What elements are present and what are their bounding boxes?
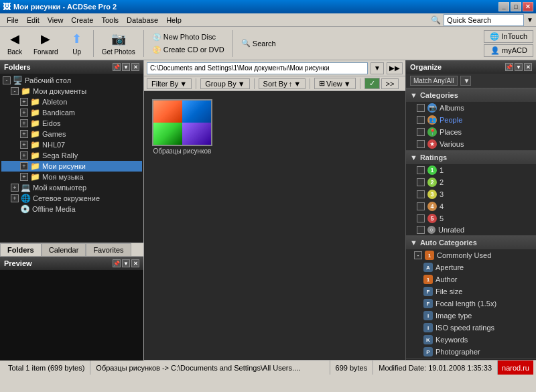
auto-categories-header[interactable]: ▼ Auto Categories xyxy=(406,236,536,249)
auto-cat-author[interactable]: 1 Author xyxy=(406,273,536,285)
rating-3[interactable]: 3 3 xyxy=(406,188,536,200)
r1-checkbox[interactable] xyxy=(417,166,425,174)
folders-auto-hide-button[interactable]: ▼ xyxy=(122,63,130,71)
auto-cat-imagetype[interactable]: I Image type xyxy=(406,310,536,322)
cat-places[interactable]: 📍 Places xyxy=(406,126,536,138)
expand-segarally[interactable]: + xyxy=(20,151,28,159)
tree-item-mypictures[interactable]: + 📁 Мои рисунки xyxy=(1,161,142,172)
expand-ableton[interactable]: + xyxy=(20,98,28,106)
tree-item-nhl07[interactable]: + 📁 NHL07 xyxy=(1,139,142,150)
rating-1[interactable]: 1 1 xyxy=(406,164,536,176)
tree-item-mydocs[interactable]: - 📁 Мои документы xyxy=(1,86,142,96)
organize-auto-hide-button[interactable]: ▼ xyxy=(515,63,523,71)
albums-checkbox[interactable] xyxy=(417,104,425,112)
folders-pin-button[interactable]: 📌 xyxy=(113,63,121,71)
create-cd-button[interactable]: 📀 Create CD or DVD xyxy=(148,44,228,56)
close-button[interactable]: ✕ xyxy=(523,2,533,11)
minimize-button[interactable]: _ xyxy=(498,2,509,11)
rating-4[interactable]: 4 4 xyxy=(406,200,536,212)
cat-people[interactable]: 👥 People xyxy=(406,114,536,126)
r4-checkbox[interactable] xyxy=(417,202,425,210)
intouch-button[interactable]: 🌐 InTouch xyxy=(484,30,533,43)
auto-cat-commonly-used[interactable]: - 1 Commonly Used xyxy=(406,249,536,261)
preview-close-button[interactable]: ✕ xyxy=(131,259,139,267)
path-dropdown-button[interactable]: ▼ xyxy=(371,62,384,74)
expand-nhl07[interactable]: + xyxy=(20,141,28,149)
expand-mymusic[interactable]: + xyxy=(20,173,28,181)
auto-cat-aperture[interactable]: A Aperture xyxy=(406,261,536,273)
menu-database[interactable]: Database xyxy=(123,15,162,25)
people-link[interactable]: People xyxy=(440,116,462,124)
forward-button[interactable]: ▶ Forward xyxy=(29,29,62,57)
quick-search-input[interactable]: Quick Search xyxy=(444,14,524,26)
cat-albums[interactable]: 📷 Albums xyxy=(406,102,536,114)
expand-mypictures[interactable]: + xyxy=(20,162,28,170)
new-photo-disc-button[interactable]: 💿 New Photo Disc xyxy=(148,31,228,43)
tree-item-bandicam[interactable]: + 📁 Bandicam xyxy=(1,107,142,118)
tree-item-offline[interactable]: 💿 Offline Media xyxy=(1,204,142,214)
check-button[interactable]: ✓ xyxy=(364,78,380,89)
auto-cat-focal[interactable]: F Focal length (1.5x) xyxy=(406,298,536,310)
auto-cat-iso[interactable]: I ISO speed ratings xyxy=(406,322,536,334)
auto-cat-photographer[interactable]: P Photographer xyxy=(406,346,536,358)
maximize-button[interactable]: □ xyxy=(511,2,521,11)
r3-checkbox[interactable] xyxy=(417,190,425,198)
tab-favorites[interactable]: Favorites xyxy=(86,243,131,256)
view-button[interactable]: ⊞ View ▼ xyxy=(314,78,356,89)
myacd-button[interactable]: 👤 myACD xyxy=(484,44,533,57)
preview-pin-button[interactable]: 📌 xyxy=(113,259,121,267)
cat-various[interactable]: ★ Various xyxy=(406,138,536,150)
tree-item-desktop[interactable]: - 🖥️ Рабочий стол xyxy=(1,75,142,86)
get-photos-button[interactable]: 📷 Get Photos xyxy=(98,29,139,57)
expand-games[interactable]: + xyxy=(20,130,28,138)
organize-pin-button[interactable]: 📌 xyxy=(505,63,513,71)
folders-close-button[interactable]: ✕ xyxy=(131,63,139,71)
tab-calendar[interactable]: Calendar xyxy=(42,243,86,256)
tree-item-network[interactable]: + 🌐 Сетевое окружение xyxy=(1,193,142,204)
tab-folders[interactable]: Folders xyxy=(0,243,42,256)
expand-mycomputer[interactable]: + xyxy=(11,184,19,192)
expand-button[interactable]: >> xyxy=(381,78,399,89)
sort-by-button[interactable]: Sort By ↑ ▼ xyxy=(259,78,306,89)
rating-unrated[interactable]: ○ Unrated xyxy=(406,224,536,235)
match-dropdown[interactable]: ▼ xyxy=(460,76,471,86)
match-any-all-button[interactable]: Match Any/All xyxy=(410,76,458,86)
preview-auto-hide-button[interactable]: ▼ xyxy=(122,259,130,267)
menu-tools[interactable]: Tools xyxy=(97,15,123,25)
expand-bandicam[interactable]: + xyxy=(20,109,28,117)
quick-search-dropdown-icon[interactable]: ▼ xyxy=(527,16,533,23)
rating-5[interactable]: 5 5 xyxy=(406,212,536,224)
commonly-used-expand[interactable]: - xyxy=(414,251,422,259)
ratings-header[interactable]: ▼ Ratings xyxy=(406,151,536,164)
people-checkbox[interactable] xyxy=(417,116,425,124)
up-button[interactable]: ⬆ Up xyxy=(65,29,89,57)
various-checkbox[interactable] xyxy=(417,140,425,148)
tree-item-mycomputer[interactable]: + 💻 Мой компьютер xyxy=(1,182,142,193)
expand-desktop[interactable]: - xyxy=(3,76,11,84)
organize-close-button[interactable]: ✕ xyxy=(524,63,532,71)
menu-view[interactable]: View xyxy=(44,15,68,25)
auto-cat-keywords[interactable]: K Keywords xyxy=(406,334,536,346)
places-checkbox[interactable] xyxy=(417,128,425,136)
group-by-button[interactable]: Group By ▼ xyxy=(200,78,249,89)
filter-by-button[interactable]: Filter By ▼ xyxy=(147,78,192,89)
tree-item-segarally[interactable]: + 📁 Sega Rally xyxy=(1,150,142,161)
expand-mydocs[interactable]: - xyxy=(11,87,19,95)
unrated-checkbox[interactable] xyxy=(417,226,425,234)
auto-cat-filesize[interactable]: F File size xyxy=(406,285,536,298)
expand-eidos[interactable]: + xyxy=(20,119,28,127)
tree-item-games[interactable]: + 📁 Games xyxy=(1,129,142,139)
r2-checkbox[interactable] xyxy=(417,178,425,186)
categories-header[interactable]: ▼ Categories xyxy=(406,88,536,102)
tree-item-mymusic[interactable]: + 📁 Моя музыка xyxy=(1,172,142,182)
search-button[interactable]: 🔍 Search xyxy=(237,38,280,49)
thumbnail-item[interactable]: Образцы рисунков xyxy=(149,96,215,157)
menu-help[interactable]: Help xyxy=(162,15,186,25)
menu-edit[interactable]: Edit xyxy=(23,15,44,25)
menu-file[interactable]: File xyxy=(3,15,23,25)
back-button[interactable]: ◀ Back xyxy=(3,29,27,57)
rating-2[interactable]: 2 2 xyxy=(406,176,536,188)
path-go-button[interactable]: ▶▶ xyxy=(387,62,403,74)
r5-checkbox[interactable] xyxy=(417,214,425,222)
tree-item-ableton[interactable]: + 📁 Ableton xyxy=(1,96,142,107)
